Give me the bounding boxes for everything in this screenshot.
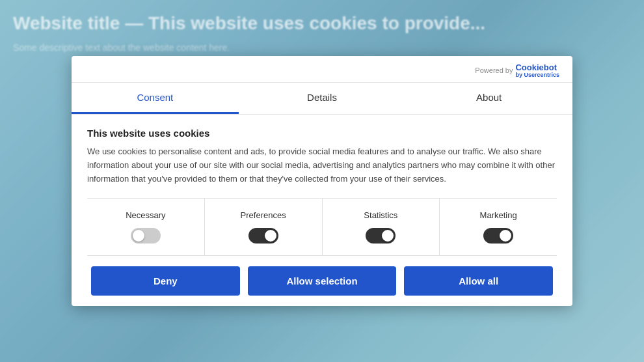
tab-about[interactable]: About — [405, 83, 572, 114]
toggle-knob-statistics — [382, 230, 394, 242]
toggle-label-preferences: Preferences — [241, 210, 286, 220]
toggles-row: Necessary Preferences Statistics — [87, 198, 557, 256]
cookiebot-logo: Cookiebot by Usercentrics — [515, 63, 559, 78]
dialog-content: This website uses cookies We use cookies… — [72, 115, 572, 305]
toggle-cell-preferences: Preferences — [205, 199, 323, 255]
cookie-consent-dialog: Powered by Cookiebot by Usercentrics Con… — [72, 56, 572, 305]
logo-sub: by Usercentrics — [515, 72, 559, 78]
toggle-knob-preferences — [265, 230, 276, 242]
toggle-marketing[interactable] — [483, 228, 513, 244]
dialog-body: We use cookies to personalise content an… — [87, 145, 557, 186]
toggle-preferences[interactable] — [248, 228, 278, 244]
toggle-label-statistics: Statistics — [364, 210, 397, 220]
logo-text: Cookiebot by Usercentrics — [515, 63, 559, 78]
dialog-header: Powered by Cookiebot by Usercentrics — [72, 56, 572, 83]
toggle-label-marketing: Marketing — [480, 210, 517, 220]
deny-button[interactable]: Deny — [91, 266, 240, 296]
toggle-knob-necessary — [133, 230, 144, 242]
powered-by: Powered by Cookiebot by Usercentrics — [475, 63, 559, 78]
powered-by-text: Powered by — [475, 66, 513, 74]
dialog-overlay: Powered by Cookiebot by Usercentrics Con… — [0, 0, 644, 362]
toggle-label-necessary: Necessary — [126, 210, 165, 220]
tab-details[interactable]: Details — [239, 83, 406, 114]
toggle-statistics[interactable] — [366, 228, 396, 244]
toggle-necessary[interactable] — [131, 228, 161, 244]
toggle-cell-marketing: Marketing — [440, 199, 557, 255]
allow-all-button[interactable]: Allow all — [404, 266, 553, 296]
allow-selection-button[interactable]: Allow selection — [248, 266, 397, 296]
toggle-knob-marketing — [500, 230, 511, 242]
buttons-row: Deny Allow selection Allow all — [87, 256, 557, 306]
tab-consent[interactable]: Consent — [72, 83, 239, 114]
tab-bar: Consent Details About — [72, 83, 572, 115]
dialog-title: This website uses cookies — [87, 128, 557, 139]
toggle-cell-statistics: Statistics — [323, 199, 440, 255]
toggle-cell-necessary: Necessary — [87, 199, 205, 255]
